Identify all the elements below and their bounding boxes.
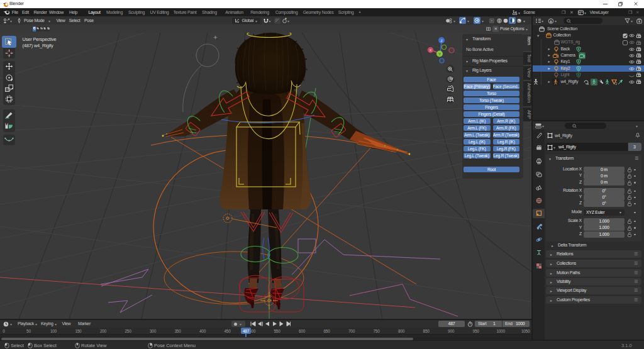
svg-text:a: a (587, 82, 589, 84)
svg-text:Y: Y (438, 52, 441, 56)
svg-text:X: X (429, 48, 431, 52)
svg-text:Z: Z (440, 39, 443, 43)
